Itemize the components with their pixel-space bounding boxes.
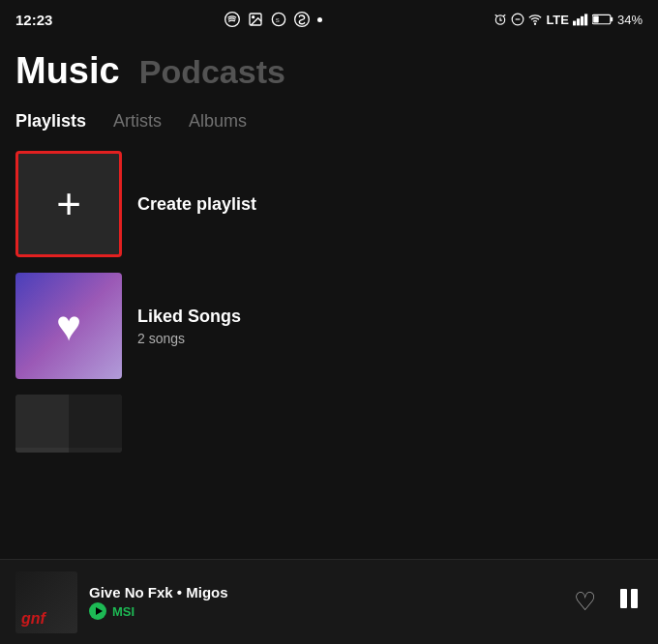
svg-rect-13 <box>577 18 580 25</box>
shazam-icon <box>294 12 310 27</box>
create-playlist-label: Create playlist <box>137 194 256 215</box>
now-playing-controls: ♡ <box>574 585 643 619</box>
pause-button[interactable] <box>615 585 643 619</box>
tab-albums[interactable]: Albums <box>189 111 247 132</box>
now-playing-info: Give No Fxk • Migos MSI <box>89 584 562 620</box>
svg-rect-14 <box>581 16 583 26</box>
svg-line-8 <box>503 15 505 16</box>
pause-icon <box>615 585 643 612</box>
minus-circle-icon <box>511 13 524 26</box>
now-playing-bar[interactable]: gnf Give No Fxk • Migos MSI ♡ <box>0 559 658 644</box>
svg-rect-18 <box>611 17 613 22</box>
svg-rect-19 <box>620 589 627 608</box>
heart-icon: ♥ <box>56 302 81 350</box>
create-playlist-thumbnail[interactable]: + <box>15 151 122 257</box>
liked-songs-row[interactable]: ♥ Liked Songs 2 songs <box>15 273 643 379</box>
battery-percent: 34% <box>617 13 643 27</box>
album-label: gnf <box>21 610 45 628</box>
signal-icon <box>573 13 588 26</box>
liked-songs-info: Liked Songs 2 songs <box>137 307 241 346</box>
svg-point-0 <box>225 13 240 27</box>
svg-point-11 <box>535 23 536 24</box>
header: Music Podcasts Playlists Artists Albums <box>0 35 658 132</box>
tab-music[interactable]: Music <box>15 50 120 92</box>
svg-point-2 <box>253 16 254 18</box>
main-tabs: Music Podcasts <box>15 50 643 92</box>
tab-podcasts[interactable]: Podcasts <box>139 53 285 91</box>
alarm-icon <box>494 13 507 26</box>
sub-tabs: Playlists Artists Albums <box>15 111 643 132</box>
tab-artists[interactable]: Artists <box>113 111 162 132</box>
status-time: 12:23 <box>15 12 52 28</box>
now-playing-title: Give No Fxk • Migos <box>89 584 562 600</box>
svg-rect-15 <box>584 14 587 25</box>
tab-playlists[interactable]: Playlists <box>15 111 86 132</box>
svg-line-7 <box>495 15 497 16</box>
svg-rect-12 <box>573 21 576 26</box>
liked-songs-thumbnail: ♥ <box>15 273 122 379</box>
battery-icon <box>592 13 613 26</box>
spotify-play-icon <box>89 602 106 620</box>
status-dot <box>317 17 322 22</box>
wifi-icon <box>528 13 542 26</box>
now-playing-source-text: MSI <box>112 604 135 619</box>
third-playlist-thumbnail <box>15 395 122 453</box>
third-playlist-row[interactable] <box>15 395 643 453</box>
status-right-icons: LTE 34% <box>494 13 643 27</box>
status-bar: 12:23 S LTE 34% <box>0 0 658 35</box>
svg-rect-17 <box>593 15 599 22</box>
create-playlist-row[interactable]: + Create playlist <box>15 151 643 257</box>
now-playing-source: MSI <box>89 602 562 620</box>
liked-songs-title: Liked Songs <box>137 307 241 327</box>
gallery-icon <box>248 12 263 27</box>
svg-text:S: S <box>276 17 280 23</box>
lte-label: LTE <box>546 13 569 27</box>
like-button[interactable]: ♡ <box>574 587 596 617</box>
scrobbler-icon: S <box>271 12 286 27</box>
now-playing-thumbnail: gnf <box>15 571 77 633</box>
status-app-icons: S <box>224 12 322 27</box>
play-triangle <box>96 607 103 615</box>
liked-songs-count: 2 songs <box>137 331 241 346</box>
playlist-content: + Create playlist ♥ Liked Songs 2 songs <box>0 151 658 453</box>
svg-rect-20 <box>631 589 638 608</box>
spotify-icon <box>224 12 240 27</box>
plus-icon: + <box>56 183 81 225</box>
